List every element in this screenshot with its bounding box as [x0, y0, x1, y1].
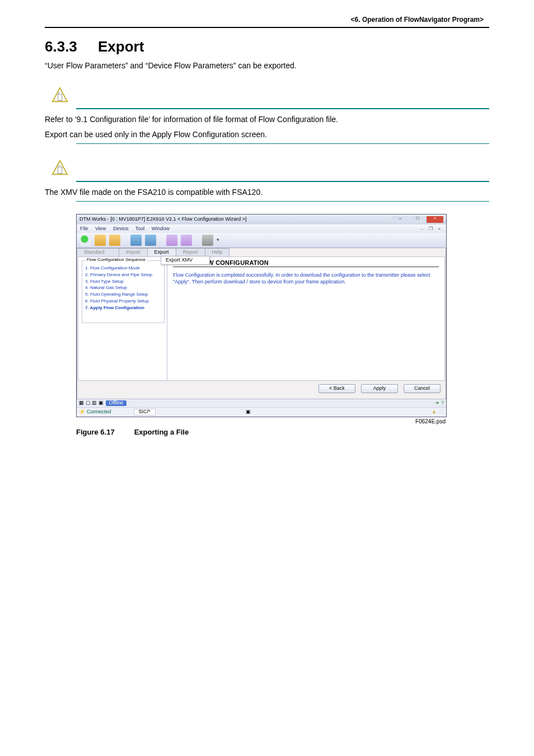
mdi-close-button[interactable]: × — [436, 227, 443, 232]
menubar: File View Device Tool Window – ❐ × — [77, 225, 446, 233]
page-header-right: <6. Operation of FlowNavigator Program> — [45, 16, 489, 24]
toolbar-user1-icon[interactable] — [130, 235, 142, 246]
toolbar-folder1-icon[interactable] — [95, 235, 106, 246]
toolbar-connect-icon[interactable] — [80, 235, 91, 246]
export-submenu-item[interactable]: Export XMV — [161, 256, 210, 265]
note1-bottom-rule — [76, 143, 489, 144]
window-titlebar: DTM Works - [0 : MV1801P7] EJX910 V2.1 <… — [77, 214, 446, 225]
note2-text: The XMV file made on the FSA210 is compa… — [45, 186, 489, 198]
app-window: DTM Works - [0 : MV1801P7] EJX910 V2.1 <… — [76, 214, 447, 417]
seq-step-5[interactable]: 5. Fluid Operating Range Setup — [85, 292, 161, 297]
apply-button[interactable]: Apply — [361, 384, 398, 393]
mdi-minimize-button[interactable]: – — [419, 227, 425, 232]
toolbar-tool-icon[interactable] — [181, 235, 192, 246]
tab-help[interactable]: Help — [205, 248, 230, 256]
window-close-button[interactable]: × — [427, 216, 443, 223]
toolbar-user2-icon[interactable] — [145, 235, 156, 246]
mdi-restore-button[interactable]: ❐ — [427, 227, 434, 232]
plug-icon: ⚡ — [79, 409, 85, 415]
menu-file[interactable]: File — [80, 226, 88, 231]
toolbar: ▾ — [77, 233, 446, 248]
back-button[interactable]: < Back — [318, 384, 355, 393]
seq-step-1[interactable]: 1. Flow Configuration Mode — [85, 266, 161, 271]
seq-step-6[interactable]: 6. Fluid Physical Property Setup — [85, 299, 161, 304]
window-minimize-button[interactable]: – — [392, 216, 409, 223]
window-title: DTM Works - [0 : MV1801P7] EJX910 V2.1 <… — [79, 217, 246, 222]
tab-standard-disabled: Standard — [77, 248, 119, 256]
toolbar-folder2-icon[interactable] — [109, 235, 120, 246]
note-hand-icon — [51, 87, 68, 104]
note2-bottom-rule — [76, 201, 489, 202]
content-title: APPLY FLOW CONFIGURATION — [173, 259, 439, 267]
seq-step-4[interactable]: 4. Natural Gas Setup — [85, 286, 161, 291]
tab-import[interactable]: Import — [119, 248, 148, 256]
seq-step-2[interactable]: 2. Primary Device and Pipe Setup — [85, 273, 161, 278]
note1-line1: Refer to ‘9.1 Configuration file’ for in… — [45, 114, 489, 125]
note-hand-icon — [51, 160, 68, 176]
figure-filename: F0624E.psd — [76, 418, 448, 424]
header-rule — [45, 27, 489, 28]
seq-step-7[interactable]: 7. Apply Flow Configuration — [85, 306, 161, 311]
toolbar-wizard-icon[interactable] — [166, 235, 177, 246]
outer-statusbar: ⚡ Connected SIC/* ▣ ▲ ⋰ — [77, 407, 446, 417]
seq-step-3[interactable]: 3. Fluid Type Setup — [85, 279, 161, 284]
menu-window[interactable]: Window — [152, 226, 170, 231]
note-block-1: Refer to ‘9.1 Configuration file’ for in… — [45, 87, 489, 144]
intro-text: “User Flow Parameters” and “Device Flow … — [45, 60, 489, 71]
tab-report[interactable]: Report — [176, 248, 205, 256]
window-maximize-button[interactable]: □ — [409, 216, 426, 223]
menu-device[interactable]: Device — [113, 226, 129, 231]
flow-sequence-panel: Flow Configuration Sequence 1. Flow Conf… — [78, 257, 167, 380]
status-sic: SIC/* — [134, 409, 156, 416]
note1-top-rule — [76, 108, 489, 109]
tabbar: Standard Import Export Report Help — [77, 248, 446, 256]
figure-caption-text: Exporting a File — [134, 428, 189, 436]
svg-rect-4 — [58, 167, 62, 173]
status-connected: Connected — [87, 409, 111, 415]
section-title: Export — [98, 38, 144, 55]
status-center-icon: ▣ — [246, 409, 251, 415]
status-warn-icon: ▲ — [432, 409, 437, 415]
cancel-button[interactable]: Cancel — [404, 384, 441, 393]
note1-line2: Export can be used only in the Apply Flo… — [45, 129, 489, 140]
toolbar-print-icon[interactable] — [202, 235, 213, 246]
status-offline-badge: Offline — [106, 400, 127, 406]
content-panel: APPLY FLOW CONFIGURATION Flow Configurat… — [167, 257, 444, 380]
svg-rect-1 — [58, 94, 62, 100]
svg-marker-0 — [53, 88, 67, 101]
flow-sequence-legend: Flow Configuration Sequence — [86, 258, 147, 263]
menu-tool[interactable]: Tool — [135, 226, 145, 231]
menu-view[interactable]: View — [95, 226, 106, 231]
figure-caption-label: Figure 6.17 — [76, 428, 132, 436]
svg-marker-3 — [53, 161, 67, 174]
wizard-button-row: < Back Apply Cancel — [77, 381, 446, 399]
status-resize-grip[interactable]: ⋰ — [439, 409, 444, 415]
status-help-icon[interactable]: ➜ ? — [435, 400, 444, 406]
section-number: 6.3.3 — [45, 38, 98, 55]
note-block-2: The XMV file made on the FSA210 is compa… — [45, 160, 489, 202]
content-message: Flow Configuration is completed successf… — [173, 272, 439, 285]
note2-top-rule — [76, 181, 489, 182]
main-area: Flow Configuration Sequence 1. Flow Conf… — [78, 256, 445, 381]
inner-statusbar: ▦ ▢ ▥ ▣ Offline ➜ ? — [77, 399, 446, 407]
status-mode-icon: ▦ ▢ ▥ ▣ — [79, 400, 104, 406]
tab-export[interactable]: Export — [147, 248, 176, 256]
